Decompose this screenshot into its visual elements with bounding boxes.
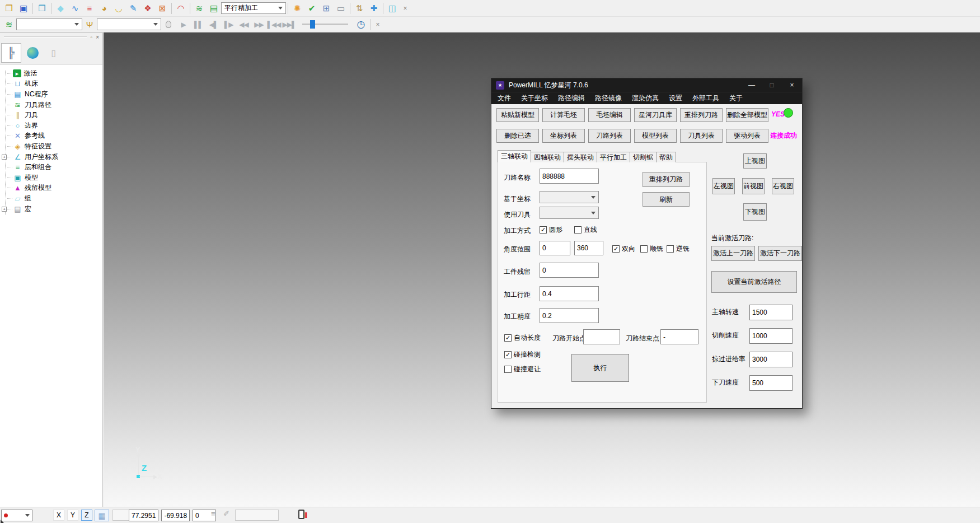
tab-explorer-tree[interactable]: ╠ [1,43,21,63]
panel-gripper[interactable] [4,36,87,38]
activate-next-toolpath-button[interactable]: 激活下一刀路 [758,246,802,261]
dialog-menu-item[interactable]: 设置 [664,94,687,103]
dialog-menu-item[interactable]: 路径编辑 [553,94,590,103]
parameter-input[interactable]: 1000 [749,328,793,344]
feed-rate-icon[interactable]: ≡ [82,2,97,15]
toolpath-select-combobox[interactable] [16,18,82,30]
tree-item[interactable]: ○ 边界 [0,120,102,131]
set-active-path-button[interactable]: 设置当前激活路径 [711,271,797,293]
dialog-action-button[interactable]: 模型列表 [634,129,677,143]
grid-toggle-button[interactable]: ▦ [95,510,109,521]
tree-item[interactable]: ▲ 残留模型 [0,183,102,194]
lightbulb-icon[interactable] [166,21,171,28]
toolpath-name-input[interactable]: 888888 [540,169,599,184]
expand-plus-icon[interactable] [2,155,7,160]
step-back-icon[interactable]: ◀▌ [206,18,221,31]
dialog-action-button[interactable]: 刀具列表 [680,129,723,143]
dialog-action-button[interactable]: 坐标列表 [542,129,585,143]
end-point-input[interactable]: - [660,329,698,344]
dialog-menu-item[interactable]: 文件 [493,94,516,103]
block-icon[interactable]: ◆ [53,2,68,15]
tree-item[interactable]: ✕ 参考线 [0,131,102,142]
dialog-action-button[interactable]: 驱动列表 [726,129,768,143]
tree-item[interactable]: ▤ NC程序 [0,89,102,100]
dialog-action-button[interactable]: 粘贴新模型 [496,108,539,122]
dialog-menu-item[interactable]: 渲染仿真 [627,94,664,103]
view-front-button[interactable]: 前视图 [742,178,765,194]
minimize-button[interactable]: — [742,78,762,92]
tool-holder-icon[interactable]: ◠ [174,2,188,15]
toolbar-icon[interactable]: ❐ [2,2,16,15]
tree-item[interactable]: ▱ 组 [0,193,102,204]
shaded-tool-icon[interactable]: ◕ [97,2,111,15]
mode-line-checkbox[interactable]: 直线 [574,225,597,235]
dialog-menu-item[interactable]: 关于 [724,94,748,103]
close-button[interactable]: × [782,78,802,92]
tree-item[interactable]: ≋ 刀具路径 [0,100,102,110]
tool-verify-icon[interactable]: ✔ [304,2,319,15]
view-right-button[interactable]: 右视图 [772,178,794,194]
probe-icon[interactable]: ✐ [223,510,229,518]
toolbar-close-icon[interactable]: × [372,21,383,29]
stock-allowance-input[interactable]: 0 [540,263,599,278]
climb-mill-checkbox[interactable]: 顺铣 [640,244,663,254]
mode-circle-checkbox[interactable]: 圆形 [540,225,562,235]
simulation-speed-slider[interactable] [302,24,348,25]
parameter-input[interactable]: 1500 [749,305,793,320]
tab-explorer-trash[interactable]: ▯ [44,43,64,63]
leads-links-icon[interactable]: ✎ [126,2,140,15]
parameter-input[interactable]: 500 [749,375,793,391]
machining-tab[interactable]: 四轴联动 [531,152,564,162]
strategy-combobox[interactable]: 平行精加工 [221,2,286,14]
dialog-menu-item[interactable]: 关于坐标 [516,94,553,103]
toolpath-strategy-icon[interactable]: ∿ [68,2,82,15]
refresh-button[interactable]: 刷新 [643,192,690,207]
calculator-icon[interactable]: ⊞ [319,2,334,15]
tab-explorer-world[interactable] [22,43,43,63]
conventional-mill-checkbox[interactable]: 逆铣 [667,244,690,254]
tool-select-combobox[interactable] [97,18,161,30]
tool-change-icon[interactable]: ⇅ [352,2,367,15]
tree-item[interactable]: ◈ 特征设置 [0,141,102,152]
float-panel-icon[interactable]: ▫ [89,34,95,40]
measure-icon[interactable]: ✚ [367,2,381,15]
angle-to-input[interactable]: 360 [574,241,603,255]
toolbar-close-icon[interactable]: × [400,4,411,12]
tool-break-icon[interactable]: ✺ [290,2,304,15]
slider-thumb[interactable] [310,20,315,29]
rewind-icon[interactable]: ◀◀ [236,18,251,31]
close-panel-icon[interactable]: × [94,34,101,40]
axis-toggle-button[interactable]: X [53,510,64,521]
print-icon[interactable]: ❒ [35,2,49,15]
collision-detect-checkbox[interactable]: 碰撞检测 [504,350,541,359]
stepover-input[interactable]: 0.4 [540,286,599,301]
tree-item[interactable]: ▣ 模型 [0,172,102,183]
based-coord-combobox[interactable] [540,191,599,203]
expand-plus-icon[interactable] [2,207,7,212]
delete-tool-icon[interactable]: ⊠ [155,2,170,15]
tree-item[interactable]: ≡ 层和组合 [0,162,102,172]
clock-icon[interactable]: ◷ [354,18,368,31]
dialog-action-button[interactable]: 删除全部模型 [726,108,768,122]
tree-item[interactable]: ⊔ 机床 [0,79,102,90]
toolpath-list-icon[interactable]: ▤ [207,2,221,15]
tree-item[interactable]: ▤ 宏 [0,204,102,214]
dialog-title-bar[interactable]: ★ PowerMILL 忆梦星河 7.0.6 — □ × [491,78,802,92]
tolerance-input[interactable]: 0.2 [540,308,599,323]
status-mode-combobox[interactable] [1,510,32,521]
ruler-icon[interactable]: ▭ [334,2,348,15]
coordinate-input[interactable]: -69.918 [161,510,190,521]
clipboard-models-icon[interactable]: ◫ [385,2,400,15]
start-point-input[interactable] [583,329,620,344]
dialog-action-button[interactable]: 计算毛坯 [542,108,585,122]
auto-length-checkbox[interactable]: 自动长度 [504,333,541,343]
angle-from-input[interactable]: 0 [540,241,570,255]
tree-item[interactable]: ∠ 用户坐标系 [0,152,102,162]
maximize-button[interactable]: □ [762,78,782,92]
dialog-menu-item[interactable]: 外部工具 [687,94,724,103]
view-bottom-button[interactable]: 下视图 [743,203,767,221]
collision-avoid-checkbox[interactable]: 碰撞避让 [504,365,541,374]
tree-item[interactable]: ▸ 激活 [0,68,102,79]
tree-item[interactable]: ∥ 刀具 [0,110,102,120]
parameter-input[interactable]: 3000 [749,352,793,367]
